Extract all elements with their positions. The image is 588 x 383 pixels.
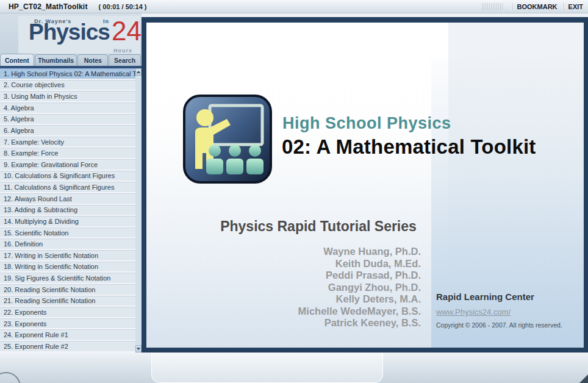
toc-item[interactable]: 8. Example: Force	[0, 148, 135, 159]
tab-notes[interactable]: Notes	[77, 54, 108, 66]
toc-item[interactable]: 21. Reading Scientific Notation	[0, 296, 135, 307]
course-elapsed-time: ( 00:01 / 50:14 )	[99, 3, 147, 10]
titlebar-separator	[511, 3, 512, 10]
toc-item[interactable]: 17. Writing in Scientific Notation	[0, 250, 135, 262]
toc-item[interactable]: 3. Using Math in Physics	[0, 91, 135, 102]
scroll-up-button[interactable]	[135, 68, 142, 76]
toc-item[interactable]: 14. Multiplying & Dividing	[0, 216, 135, 227]
tab-thumbnails[interactable]: Thumbnails	[35, 54, 77, 66]
slide-title: 02: A Mathematical Toolkit	[282, 135, 536, 159]
series-subtitle: Physics Rapid Tutorial Series	[196, 218, 440, 235]
author-line: Michelle WedeMayer, B.S.	[238, 306, 421, 318]
author-line: Kelly Deters, M.A.	[238, 293, 421, 306]
slide-frame: High School Physics 02: A Mathematical T…	[142, 13, 588, 353]
toc-item[interactable]: 12. Always Round Last	[0, 193, 135, 205]
author-line: Patrick Keeney, B.S.	[238, 317, 421, 329]
toc-item[interactable]: 20. Reading Scientific Notation	[0, 284, 135, 296]
toc-item[interactable]: 4. Algebra	[0, 102, 135, 114]
teacher-classroom-icon	[183, 95, 272, 184]
titlebar-separator	[562, 3, 564, 10]
frame-top-gap	[142, 13, 588, 17]
sidebar: Dr. Wayne's Physics In 24 Hours Content …	[0, 13, 142, 353]
arrow-down-icon	[137, 348, 140, 350]
brand-logo: Dr. Wayne's Physics In 24 Hours	[0, 13, 142, 54]
toc-item[interactable]: 5. Algebra	[0, 114, 135, 126]
window-title: HP_CT02_MathToolkit	[9, 2, 88, 11]
copyright-text: Copyright © 2006 - 2007. All rights rese…	[436, 321, 579, 329]
exit-button[interactable]: EXIT	[568, 3, 583, 10]
author-line: Wayne Huang, Ph.D.	[238, 246, 421, 258]
toc-item-list: 1. High School Physics 02: A Mathematica…	[0, 68, 135, 353]
toc-item[interactable]: 10. Calculations & Significant Figures	[0, 171, 135, 182]
toc-scrollbar[interactable]	[135, 68, 142, 353]
toc-item[interactable]: 18. Writing in Scientific Notation	[0, 262, 135, 273]
toc-item[interactable]: 6. Algebra	[0, 125, 135, 137]
logo-in-word: In	[103, 18, 109, 24]
organization-block: Rapid Learning Center www.Physics24.com/…	[436, 292, 579, 329]
toc-item[interactable]: 19. Sig Figures & Scientific Notation	[0, 273, 135, 284]
arrow-up-icon	[137, 71, 140, 73]
toc-item[interactable]: 7. Example: Velocity	[0, 137, 135, 148]
toc-item[interactable]: 25. Exponent Rule #2	[0, 341, 135, 353]
toc-item[interactable]: 9. Example: Gravitational Force	[0, 159, 135, 171]
org-website-link[interactable]: www.Physics24.com/	[436, 307, 511, 317]
progress-panel	[151, 353, 383, 383]
toc-item[interactable]: 2. Course objectives	[0, 80, 135, 91]
slide-canvas: High School Physics 02: A Mathematical T…	[146, 23, 584, 348]
author-list: Wayne Huang, Ph.D.Keith Duda, M.Ed.Peddi…	[238, 246, 421, 329]
toc-item[interactable]: 22. Exponents	[0, 307, 135, 318]
titlebar-hatch-decoration	[482, 3, 503, 10]
org-name: Rapid Learning Center	[436, 292, 579, 302]
course-player-window: HP_CT02_MathToolkit ( 00:01 / 50:14 ) BO…	[0, 0, 588, 383]
tab-search[interactable]: Search	[109, 54, 141, 66]
toc-item[interactable]: 16. Definition	[0, 238, 135, 250]
series-heading: High School Physics	[282, 114, 451, 133]
bookmark-button[interactable]: BOOKMARK	[517, 3, 558, 10]
toc-item[interactable]: 24. Exponent Rule #1	[0, 329, 135, 341]
author-line: Peddi Prasad, Ph.D.	[238, 270, 421, 282]
author-line: Keith Duda, M.Ed.	[238, 258, 421, 270]
title-bar: HP_CT02_MathToolkit ( 00:01 / 50:14 ) BO…	[0, 0, 588, 13]
resize-grip[interactable]	[579, 374, 588, 383]
toc-item[interactable]: 1. High School Physics 02: A Mathematica…	[0, 68, 135, 80]
toc-item[interactable]: 13. Adding & Subtracting	[0, 205, 135, 217]
logo-number: 24	[112, 16, 142, 46]
logo-hours-word: Hours	[113, 48, 132, 54]
corner-curve-decoration	[0, 372, 21, 383]
tab-content[interactable]: Content	[0, 54, 34, 66]
sidebar-tabs: Content Thumbnails Notes Search	[0, 54, 142, 66]
toc-item[interactable]: 15. Scientific Notation	[0, 227, 135, 239]
table-of-contents: 1. High School Physics 02: A Mathematica…	[0, 68, 142, 353]
scroll-down-button[interactable]	[135, 345, 142, 353]
toc-item[interactable]: 11. Calculations & Significant Figures	[0, 182, 135, 193]
toc-item[interactable]: 23. Exponents	[0, 318, 135, 330]
playback-bar: SLIDE 1 OF 65 PLAYING 00:01 / 00:05	[0, 353, 588, 383]
author-line: Gangyi Zhou, Ph.D.	[238, 282, 421, 294]
logo-wordmark: Physics	[29, 20, 110, 45]
